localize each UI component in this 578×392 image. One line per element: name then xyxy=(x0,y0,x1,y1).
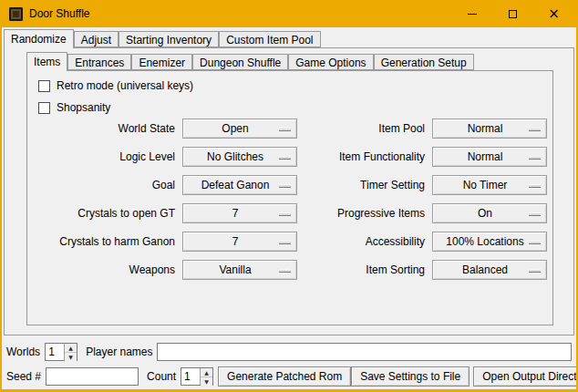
dropdown-indicator-icon xyxy=(529,212,541,216)
goal-dropdown[interactable]: Defeat Ganon xyxy=(182,175,297,195)
spinner-up-icon[interactable]: ▲ xyxy=(201,368,212,377)
tab-randomize[interactable]: Randomize xyxy=(4,29,74,48)
spinner-up-icon[interactable]: ▲ xyxy=(65,344,77,353)
tab-items[interactable]: Items xyxy=(26,52,67,71)
dropdown-indicator-icon xyxy=(279,156,291,160)
item-pool-dropdown[interactable]: Normal xyxy=(432,119,547,139)
dropdown-indicator-icon xyxy=(279,212,291,216)
close-button[interactable]: × xyxy=(533,0,574,27)
timer-setting-dropdown[interactable]: No Timer xyxy=(432,175,547,195)
tab-dungeon-shuffle[interactable]: Dungeon Shuffle xyxy=(192,54,288,70)
progressive-items-dropdown[interactable]: On xyxy=(432,203,547,223)
player-names-label: Player names xyxy=(86,342,152,362)
crystals-gt-dropdown[interactable]: 7 xyxy=(182,203,297,223)
dropdown-indicator-icon xyxy=(529,184,541,188)
item-sorting-dropdown[interactable]: Balanced xyxy=(432,260,547,280)
worlds-input[interactable] xyxy=(46,344,64,360)
items-panel: Retro mode (universal keys) Shopsanity W… xyxy=(26,70,553,325)
seed-row: Seed # Count ▲ ▼ Generate Patched Rom Sa… xyxy=(6,366,572,387)
maximize-button[interactable] xyxy=(492,0,533,27)
world-state-dropdown[interactable]: Open xyxy=(182,119,297,139)
crystals-gt-label: Crystals to open GT xyxy=(38,203,175,223)
item-sorting-label: Item Sorting xyxy=(304,260,425,280)
main-tab-bar: Randomize Adjust Starting Inventory Cust… xyxy=(4,29,321,47)
sub-tab-bar: Items Entrances Enemizer Dungeon Shuffle… xyxy=(26,52,474,70)
shopsanity-checkbox[interactable] xyxy=(38,102,50,114)
seed-label: Seed # xyxy=(6,366,41,387)
count-input[interactable] xyxy=(181,368,200,385)
settings-grid: World State Open Item Pool Normal Logic … xyxy=(38,119,547,280)
item-pool-label: Item Pool xyxy=(304,119,425,139)
titlebar-buttons: × xyxy=(451,0,574,27)
tab-game-options[interactable]: Game Options xyxy=(288,54,373,70)
app-icon xyxy=(9,7,23,21)
count-label: Count xyxy=(147,366,176,387)
retro-mode-checkbox-row: Retro mode (universal keys) xyxy=(38,78,193,93)
shopsanity-label: Shopsanity xyxy=(57,101,110,114)
seed-input[interactable] xyxy=(46,367,139,386)
logic-level-dropdown[interactable]: No Glitches xyxy=(182,147,297,167)
maximize-icon xyxy=(509,10,517,18)
dropdown-indicator-icon xyxy=(279,241,291,244)
dropdown-indicator-icon xyxy=(529,241,541,244)
worlds-spinner[interactable]: ▲ ▼ xyxy=(45,343,77,361)
crystals-ganon-label: Crystals to harm Ganon xyxy=(38,232,175,252)
tab-entrances[interactable]: Entrances xyxy=(67,54,131,70)
world-state-label: World State xyxy=(38,119,175,139)
weapons-dropdown[interactable]: Vanilla xyxy=(182,260,297,280)
dropdown-indicator-icon xyxy=(529,128,541,131)
minimize-icon xyxy=(468,14,477,15)
randomize-panel: Items Entrances Enemizer Dungeon Shuffle… xyxy=(4,47,574,335)
goal-label: Goal xyxy=(38,175,175,195)
dropdown-indicator-icon xyxy=(529,156,541,160)
tab-adjust[interactable]: Adjust xyxy=(74,31,119,47)
app-window: Door Shuffle × Randomize Adjust Starting… xyxy=(0,0,578,392)
logic-level-label: Logic Level xyxy=(38,147,175,167)
worlds-label: Worlds xyxy=(6,342,40,362)
player-names-input[interactable] xyxy=(157,343,573,361)
timer-setting-label: Timer Setting xyxy=(304,175,425,195)
generate-patched-rom-button[interactable]: Generate Patched Rom xyxy=(218,366,351,387)
retro-mode-label: Retro mode (universal keys) xyxy=(57,79,193,92)
save-settings-button[interactable]: Save Settings to File xyxy=(351,366,470,387)
accessibility-dropdown[interactable]: 100% Locations xyxy=(432,232,547,252)
spinner-down-icon[interactable]: ▼ xyxy=(201,377,212,386)
tab-generation-setup[interactable]: Generation Setup xyxy=(374,54,474,70)
worlds-row: Worlds ▲ ▼ Player names xyxy=(6,342,572,362)
item-functionality-dropdown[interactable]: Normal xyxy=(432,147,547,167)
close-icon: × xyxy=(548,7,560,21)
tab-enemizer[interactable]: Enemizer xyxy=(131,54,192,70)
spinner-down-icon[interactable]: ▼ xyxy=(65,353,77,361)
worlds-spinner-arrows: ▲ ▼ xyxy=(64,344,77,360)
dropdown-indicator-icon xyxy=(529,269,541,273)
accessibility-label: Accessibility xyxy=(304,232,425,252)
progressive-items-label: Progressive Items xyxy=(304,203,425,223)
window-body: Randomize Adjust Starting Inventory Cust… xyxy=(2,27,576,389)
window-title: Door Shuffle xyxy=(29,7,90,20)
tab-custom-item-pool[interactable]: Custom Item Pool xyxy=(219,31,320,47)
count-spinner[interactable]: ▲ ▼ xyxy=(181,367,213,386)
open-output-directory-button[interactable]: Open Output Directory xyxy=(473,366,576,387)
crystals-ganon-dropdown[interactable]: 7 xyxy=(182,232,297,252)
dropdown-indicator-icon xyxy=(279,184,291,188)
count-spinner-arrows: ▲ ▼ xyxy=(200,368,212,385)
tab-starting-inventory[interactable]: Starting Inventory xyxy=(119,31,219,47)
minimize-button[interactable] xyxy=(451,0,492,27)
titlebar: Door Shuffle × xyxy=(2,0,576,27)
item-functionality-label: Item Functionality xyxy=(304,147,425,167)
dropdown-indicator-icon xyxy=(279,269,291,273)
weapons-label: Weapons xyxy=(38,260,175,280)
dropdown-indicator-icon xyxy=(279,128,291,131)
retro-mode-checkbox[interactable] xyxy=(38,80,50,92)
shopsanity-checkbox-row: Shopsanity xyxy=(38,100,110,115)
